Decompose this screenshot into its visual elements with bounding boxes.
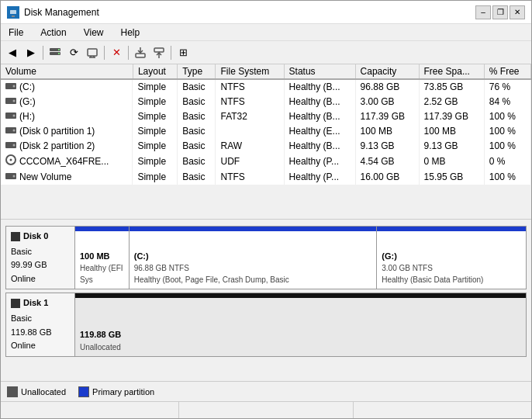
cell-status: Healthy (P...	[284, 154, 355, 170]
legend-primary-label: Primary partition	[92, 387, 154, 396]
forward-button[interactable]: ▶	[22, 44, 40, 61]
disk-0-type: Basic	[11, 245, 70, 259]
disk-0-part-c[interactable]: (C:) 96.88 GB NTFS Healthy (Boot, Page F…	[130, 227, 378, 289]
cell-volume: New Volume	[1, 170, 133, 185]
disk-0-size: 99.99 GB	[11, 258, 70, 272]
close-button[interactable]: ✕	[510, 5, 525, 19]
cell-status: Healthy (B...	[284, 109, 355, 124]
menu-file[interactable]: File	[4, 26, 28, 39]
main-window: Disk Management – ❐ ✕ File Action View H…	[0, 0, 532, 419]
cell-type: Basic	[178, 109, 216, 124]
back-button[interactable]: ◀	[4, 44, 21, 61]
disk-1-unalloc-bar	[75, 293, 526, 298]
table-row[interactable]: CCCOMA_X64FRE...SimpleBasicUDFHealthy (P…	[1, 154, 531, 170]
window-title: Disk Management	[24, 7, 99, 18]
cell-type: Basic	[178, 170, 216, 185]
cd-icon	[5, 154, 16, 169]
disk-mgmt-button[interactable]	[47, 44, 64, 61]
restore-button[interactable]: ❐	[492, 5, 508, 19]
disk-1-status: Online	[11, 339, 70, 353]
svg-point-26	[10, 159, 12, 161]
toolbar-separator-4	[171, 46, 171, 60]
cell-type: Basic	[178, 154, 216, 170]
cell-capacity: 4.54 GB	[355, 154, 419, 170]
cell-fs: UDF	[216, 154, 284, 170]
disk-row-1: Disk 1 Basic 119.88 GB Online 119.88 GB …	[5, 293, 527, 356]
menu-help[interactable]: Help	[116, 26, 145, 39]
disk-0-part-g-label: (G:)	[382, 250, 521, 263]
volume-table: Volume Layout Type File System Status Ca…	[1, 64, 531, 185]
cell-capacity: 16.00 GB	[355, 170, 419, 185]
disk-0-part-c-desc: Healthy (Boot, Page File, Crash Dump, Ba…	[134, 274, 372, 286]
cell-pct: 100 %	[484, 109, 530, 124]
cell-free: 2.52 GB	[419, 95, 484, 109]
export-button[interactable]	[132, 44, 149, 61]
col-type: Type	[178, 64, 216, 79]
disk-0-part-c-label: (C:)	[134, 250, 372, 263]
table-row[interactable]: (Disk 0 partition 1)SimpleBasicHealthy (…	[1, 124, 531, 139]
content-area: Volume Layout Type File System Status Ca…	[1, 64, 531, 401]
table-row[interactable]: (H:)SimpleBasicFAT32Healthy (B...117.39 …	[1, 109, 531, 124]
cell-free: 15.95 GB	[419, 170, 484, 185]
disk-0-status: Online	[11, 272, 70, 286]
disk-0-part-g-size: 3.00 GB NTFS	[382, 262, 521, 274]
cell-status: Healthy (B...	[284, 95, 355, 109]
disk-1-label: Disk 1 Basic 119.88 GB Online	[5, 293, 75, 356]
disk-0-part-efi-desc: Healthy (EFI Sys	[80, 262, 124, 286]
cell-capacity: 100 MB	[355, 124, 419, 139]
toolbar-separator-3	[128, 46, 129, 60]
cell-fs: NTFS	[216, 170, 284, 185]
import-button[interactable]	[150, 44, 168, 61]
cell-free: 0 MB	[419, 154, 484, 170]
disk-0-icon-row: Disk 0	[11, 230, 70, 244]
app-icon	[7, 6, 19, 19]
cell-free: 73.85 GB	[419, 79, 484, 95]
table-header-row: Volume Layout Type File System Status Ca…	[1, 64, 531, 79]
cell-layout: Simple	[133, 154, 177, 170]
cell-fs	[216, 124, 284, 139]
view-button[interactable]: ⊞	[174, 44, 192, 61]
minimize-button[interactable]: –	[475, 5, 491, 19]
cell-volume: (Disk 0 partition 1)	[1, 124, 133, 139]
table-row[interactable]: (G:)SimpleBasicNTFSHealthy (B...3.00 GB2…	[1, 95, 531, 109]
cell-fs: NTFS	[216, 79, 284, 95]
disk-0-id: Disk 0	[23, 230, 48, 244]
status-panel-1	[4, 402, 179, 418]
cell-type: Basic	[178, 124, 216, 139]
toolbar: ◀ ▶ ⟳ ✕ ⊞	[1, 41, 531, 64]
menu-action[interactable]: Action	[36, 26, 71, 39]
table-row[interactable]: (C:)SimpleBasicNTFSHealthy (B...96.88 GB…	[1, 79, 531, 95]
cancel-button[interactable]: ✕	[108, 44, 125, 61]
toolbar-separator-1	[43, 46, 43, 60]
cell-layout: Simple	[133, 109, 177, 124]
cell-layout: Simple	[133, 139, 177, 154]
cell-volume: (Disk 2 partition 2)	[1, 139, 133, 154]
cell-fs: NTFS	[216, 95, 284, 109]
svg-rect-11	[136, 54, 145, 57]
svg-point-18	[13, 100, 16, 102]
table-body: (C:)SimpleBasicNTFSHealthy (B...96.88 GB…	[1, 79, 531, 185]
disk-0-part-g[interactable]: (G:) 3.00 GB NTFS Healthy (Basic Data Pa…	[377, 227, 526, 289]
svg-rect-1	[10, 10, 16, 14]
cell-pct: 100 %	[484, 139, 530, 154]
col-pct: % Free	[484, 64, 530, 79]
cell-pct: 0 %	[484, 154, 530, 170]
menu-view[interactable]: View	[79, 26, 109, 39]
disk-1-unalloc[interactable]: 119.88 GB Unallocated	[75, 293, 526, 355]
connect-button[interactable]	[84, 44, 101, 61]
refresh-button[interactable]: ⟳	[65, 44, 82, 61]
cell-status: Healthy (B...	[284, 139, 355, 154]
col-free: Free Spa...	[419, 64, 484, 79]
cell-capacity: 3.00 GB	[355, 95, 419, 109]
svg-point-28	[13, 175, 16, 178]
disk-1-unalloc-desc: Unallocated	[80, 341, 521, 353]
disk-0-label: Disk 0 Basic 99.99 GB Online	[5, 226, 75, 289]
cell-type: Basic	[178, 139, 216, 154]
cell-pct: 84 %	[484, 95, 530, 109]
table-row[interactable]: (Disk 2 partition 2)SimpleBasicRAWHealth…	[1, 139, 531, 154]
cell-layout: Simple	[133, 124, 177, 139]
disk-0-part-efi[interactable]: 100 MB Healthy (EFI Sys	[75, 227, 130, 289]
svg-rect-13	[154, 48, 164, 52]
table-row[interactable]: New VolumeSimpleBasicNTFSHealthy (P...16…	[1, 170, 531, 185]
disk-0-part-g-desc: Healthy (Basic Data Partition)	[382, 274, 521, 286]
